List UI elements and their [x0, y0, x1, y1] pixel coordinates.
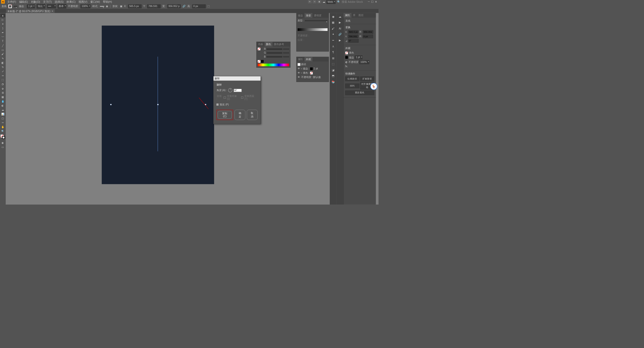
cloud-icon[interactable]: ☁: [323, 0, 325, 4]
preview-chk[interactable]: [217, 103, 219, 105]
prop-angle-input[interactable]: [348, 39, 358, 43]
brush-dropdown[interactable]: 基本: [58, 4, 66, 8]
link-icon[interactable]: 🔗: [182, 5, 185, 8]
recolor-icon[interactable]: ◉: [106, 5, 108, 8]
scale-tool[interactable]: ⤢: [0, 69, 5, 73]
shape-builder-tool[interactable]: ◔: [0, 82, 5, 86]
blend-tool[interactable]: ◐: [0, 104, 5, 107]
color-guide-tab[interactable]: 颜色参考: [272, 42, 286, 46]
prop-y-input[interactable]: [348, 35, 358, 38]
dock-pathfinder-icon[interactable]: ◪: [331, 68, 335, 72]
bridge-icon[interactable]: Br: [308, 1, 311, 3]
dock-para-icon[interactable]: ¶: [331, 50, 335, 55]
dock2-link-icon[interactable]: 🔗: [338, 32, 342, 37]
opacity-dropdown[interactable]: 100%: [80, 4, 91, 8]
copy-button[interactable]: 复制 (C): [218, 111, 232, 119]
brush-tool[interactable]: 🖌: [0, 52, 5, 56]
eyedropper-tool[interactable]: 💧: [0, 99, 5, 103]
dock-transform-icon[interactable]: ⬚: [331, 62, 335, 66]
mesh-tool[interactable]: ⊞: [0, 91, 5, 95]
line-tool[interactable]: ╱: [0, 44, 5, 47]
transparency-tab[interactable]: 透明度: [312, 13, 323, 18]
prop-opacity-val[interactable]: 100%: [359, 60, 369, 64]
fill-swatch[interactable]: [8, 5, 12, 8]
lasso-tool[interactable]: ⟆: [0, 26, 5, 30]
magic-wand-tool[interactable]: ✦: [0, 22, 5, 26]
pen-tool[interactable]: ✒: [0, 31, 5, 34]
stroke-dropdown[interactable]: [14, 6, 17, 7]
minimize-btn[interactable]: ─: [367, 0, 370, 4]
stock-icon[interactable]: St: [313, 1, 316, 3]
zoom-tool[interactable]: 🔍: [0, 129, 5, 133]
brush-bar[interactable]: ━━: [47, 4, 56, 8]
eye-icon[interactable]: 👁: [298, 67, 300, 70]
w-input[interactable]: 956.952 p: [167, 4, 181, 8]
gradient-tab[interactable]: 渐变: [304, 13, 312, 18]
graph-tool[interactable]: 📊: [0, 112, 5, 116]
tab-close-icon[interactable]: ✕: [52, 10, 53, 12]
workspace-dropdown[interactable]: Web: [327, 0, 336, 4]
prop-x-input[interactable]: [348, 30, 358, 34]
sel-handle-left[interactable]: [110, 104, 111, 105]
angle-dial[interactable]: [228, 88, 232, 92]
prop-stroke-sw[interactable]: [345, 56, 348, 59]
offset-path-btn[interactable]: 位移路径: [345, 76, 359, 81]
appearance-tab[interactable]: 外观: [304, 57, 312, 61]
artboard-tool[interactable]: ▢: [0, 117, 5, 120]
arrange-btn[interactable]: 排列: [345, 84, 359, 88]
shaper-tool[interactable]: ✎: [0, 57, 5, 60]
ok-button[interactable]: 确定: [234, 110, 245, 120]
curvature-tool[interactable]: 〰: [0, 35, 5, 39]
spectrum-bar[interactable]: [258, 64, 289, 66]
menu-file[interactable]: 文件(F): [6, 0, 18, 4]
gradient-slider[interactable]: [298, 28, 328, 31]
cancel-button[interactable]: 取消: [247, 110, 258, 120]
y-input[interactable]: 786.591: [147, 4, 161, 8]
dock-swatches-icon[interactable]: ▦: [331, 20, 335, 25]
menu-type[interactable]: 文字(T): [42, 0, 53, 4]
appear-stroke-sw[interactable]: [310, 67, 313, 70]
dock-stroke-icon[interactable]: ━: [331, 38, 335, 43]
dock2-actions-icon[interactable]: ▶: [338, 38, 342, 43]
eye-icon-3[interactable]: 👁: [298, 76, 300, 79]
dock-brush-icon[interactable]: 🖌: [331, 26, 335, 31]
menu-help[interactable]: 帮助(H): [101, 0, 113, 4]
appear-fill-sw[interactable]: [310, 72, 313, 74]
props-tab[interactable]: 属性: [343, 13, 351, 18]
prop-h-input[interactable]: [363, 35, 373, 38]
dock2-play-icon[interactable]: ▶: [338, 20, 342, 25]
close-btn[interactable]: ✕: [374, 0, 377, 4]
color-controls[interactable]: [0, 135, 6, 141]
recolor-btn[interactable]: 重新着色: [345, 91, 374, 95]
swatches-tab[interactable]: 色板: [257, 42, 265, 46]
stroke-color[interactable]: [2, 136, 5, 139]
black-swatch[interactable]: [261, 60, 264, 63]
profile-dropdown[interactable]: 等比: [37, 4, 45, 8]
libraries-tab[interactable]: 库: [351, 13, 357, 18]
rectangle-tool[interactable]: ▭: [0, 48, 5, 52]
prop-opacity-icon[interactable]: ◐: [345, 61, 348, 64]
search-placeholder[interactable]: 搜索 Adobe Stock: [342, 0, 363, 4]
dock-color-icon[interactable]: ◉: [331, 15, 335, 19]
style-dropdown[interactable]: [100, 6, 104, 7]
h-input[interactable]: 0 px: [192, 4, 206, 8]
menu-effect[interactable]: 效果(C): [65, 0, 77, 4]
symbol-tool[interactable]: ☁: [0, 108, 5, 112]
none-swatch[interactable]: [258, 60, 261, 63]
menu-window[interactable]: 窗口(W): [89, 0, 101, 4]
fill-swatch-icon[interactable]: [258, 48, 261, 50]
hand-tool[interactable]: ✋: [0, 125, 5, 129]
prop-w-input[interactable]: [363, 30, 373, 34]
rotate-tool[interactable]: ↻: [0, 65, 5, 69]
weight-dropdown[interactable]: 1 pt: [27, 4, 35, 8]
maximize-btn[interactable]: ☐: [371, 0, 374, 4]
dock-lib-icon[interactable]: 📚: [331, 80, 335, 84]
screen-mode[interactable]: ▭: [0, 145, 5, 149]
eye-icon-2[interactable]: 👁: [298, 71, 300, 74]
perspective-tool[interactable]: ⬙: [0, 87, 5, 90]
eraser-tool[interactable]: ◧: [0, 61, 5, 65]
dock-char-icon[interactable]: A: [331, 44, 335, 49]
fx-label[interactable]: fx.: [345, 65, 348, 68]
expand-shape-btn[interactable]: 扩展形状: [360, 76, 374, 81]
draw-mode[interactable]: ◉: [0, 141, 5, 145]
